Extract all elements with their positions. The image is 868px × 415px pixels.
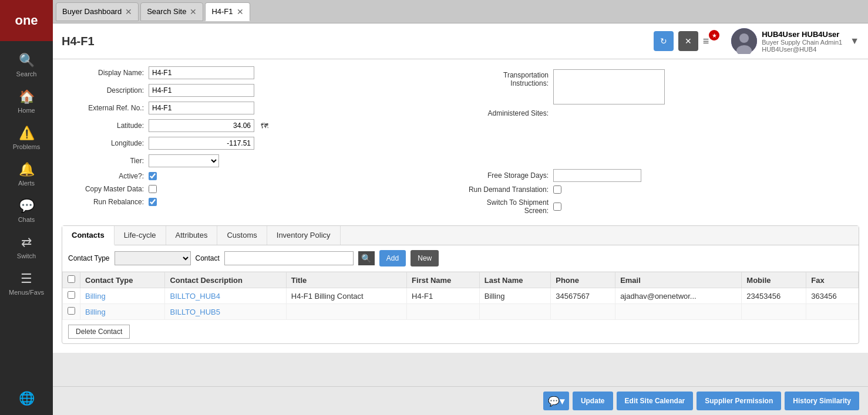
search-contact-button[interactable]: 🔍	[358, 251, 375, 265]
tab-close-h4f1[interactable]: ✕	[237, 8, 244, 16]
row-checkbox[interactable]	[68, 291, 75, 299]
edit-site-calendar-button[interactable]: Edit Site Calendar	[617, 392, 694, 410]
sidebar-item-problems[interactable]: ⚠️ Problems	[0, 120, 53, 156]
tab-buyer-dashboard[interactable]: Buyer Dashboard ✕	[56, 2, 139, 21]
tab-inventory-label: Inventory Policy	[277, 231, 331, 239]
close-button[interactable]: ✕	[678, 31, 698, 51]
refresh-button[interactable]: ↻	[654, 31, 674, 51]
longitude-row: Longitude:	[62, 137, 455, 150]
menu-button[interactable]: ≡	[703, 35, 709, 48]
user-name: HUB4User HUB4User	[762, 30, 842, 39]
contact-label: Contact	[196, 254, 220, 262]
tab-inventory[interactable]: Inventory Policy	[267, 226, 341, 245]
tab-search-site[interactable]: Search Site ✕	[140, 2, 203, 21]
sidebar-item-globe[interactable]: 🌐	[0, 385, 53, 415]
contact-desc-cell[interactable]: BILLTO_HUB4	[165, 288, 286, 304]
phone-cell: 34567567	[551, 288, 615, 304]
chat-button[interactable]: 💬▾	[543, 392, 569, 410]
tab-attributes-label: Attributes	[176, 231, 208, 239]
tier-select[interactable]	[149, 154, 219, 167]
longitude-label: Longitude:	[62, 139, 144, 147]
active-checkbox[interactable]	[149, 172, 157, 180]
sidebar-item-chats[interactable]: 💬 Chats	[0, 193, 53, 229]
sidebar-item-home[interactable]: 🏠 Home	[0, 83, 53, 120]
active-label: Active?:	[62, 172, 144, 180]
avatar	[731, 28, 757, 54]
tabs-nav: Contacts Life-cycle Attributes Customs I…	[62, 226, 859, 245]
title-cell	[286, 304, 406, 320]
longitude-input[interactable]	[149, 137, 254, 150]
first-name-cell: H4-F1	[407, 288, 480, 304]
sidebar-item-switch[interactable]: ⇄ Switch	[0, 229, 53, 265]
tab-lifecycle[interactable]: Life-cycle	[115, 226, 166, 245]
run-rebalance-row: Run Rebalance:	[62, 198, 455, 206]
contact-type-select[interactable]	[115, 251, 191, 265]
description-label: Description:	[62, 86, 144, 95]
sidebar-item-alerts[interactable]: 🔔 Alerts	[0, 156, 53, 193]
tab-attributes[interactable]: Attributes	[166, 226, 218, 245]
switch-shipment-row: Switch To Shipment Screen:	[466, 198, 859, 215]
header-bar: H4-F1 ↻ ✕ ≡ ★ HUB4User HUB4User Buyer Su…	[53, 23, 868, 59]
last-name-cell: Billing	[479, 288, 551, 304]
tab-customs[interactable]: Customs	[217, 226, 267, 245]
sidebar-item-menus[interactable]: ☰ Menus/Favs	[0, 265, 53, 302]
copy-master-checkbox[interactable]	[149, 185, 157, 193]
email-cell	[615, 304, 742, 320]
latitude-input[interactable]	[149, 119, 254, 132]
col-mobile: Mobile	[742, 272, 806, 288]
col-phone: Phone	[551, 272, 615, 288]
map-icon[interactable]: 🗺	[261, 122, 268, 130]
sidebar-item-label-chats: Chats	[18, 216, 35, 223]
tab-close-search-site[interactable]: ✕	[190, 8, 197, 16]
page-title: H4-F1	[62, 35, 648, 48]
user-info: HUB4User HUB4User Buyer Supply Chain Adm…	[731, 28, 859, 54]
tab-contacts[interactable]: Contacts	[62, 226, 115, 245]
row-checkbox[interactable]	[68, 307, 75, 315]
run-demand-label: Run Demand Translation:	[466, 185, 549, 194]
user-dropdown-icon[interactable]: ▼	[850, 36, 859, 46]
supplier-permission-button[interactable]: Supplier Permission	[697, 392, 781, 410]
chats-icon: 💬	[19, 198, 35, 214]
active-row: Active?:	[62, 172, 455, 180]
fax-cell	[806, 304, 859, 320]
table-row: BillingBILLTO_HUB5	[63, 304, 859, 320]
transportation-label: Transportation Instructions:	[466, 69, 549, 87]
col-email: Email	[615, 272, 742, 288]
free-storage-row: Free Storage Days:	[466, 169, 859, 182]
display-name-input[interactable]	[149, 66, 254, 79]
free-storage-label: Free Storage Days:	[466, 171, 549, 180]
contact-type-cell[interactable]: Billing	[80, 304, 165, 320]
contact-search-input[interactable]	[224, 251, 354, 265]
form-left: Display Name: Description: External Ref.…	[62, 66, 455, 220]
add-button[interactable]: Add	[379, 250, 406, 266]
history-similarity-button[interactable]: History Similarity	[785, 392, 859, 410]
select-all-checkbox[interactable]	[68, 275, 75, 283]
user-email: HUB4User@HUB4	[762, 46, 842, 53]
star-badge: ★	[709, 30, 719, 41]
free-storage-input[interactable]	[553, 169, 641, 182]
transportation-textarea[interactable]	[553, 69, 665, 104]
sidebar-item-label-switch: Switch	[17, 252, 36, 259]
display-name-label: Display Name:	[62, 69, 144, 77]
external-ref-input[interactable]	[149, 102, 254, 114]
new-button[interactable]: New	[411, 250, 439, 266]
tabs-section: Contacts Life-cycle Attributes Customs I…	[62, 225, 859, 344]
tab-h4f1[interactable]: H4-F1 ✕	[205, 2, 250, 21]
home-icon: 🏠	[19, 89, 35, 104]
table-header-row: Contact Type Contact Description Title F…	[63, 272, 859, 288]
user-role: Buyer Supply Chain Admin1	[762, 39, 842, 46]
delete-contact-button[interactable]: Delete Contact	[68, 325, 130, 339]
tab-bar: Buyer Dashboard ✕ Search Site ✕ H4-F1 ✕	[53, 0, 868, 23]
sidebar-item-label-home: Home	[18, 107, 35, 114]
run-demand-checkbox[interactable]	[553, 185, 561, 194]
contact-type-cell[interactable]: Billing	[80, 288, 165, 304]
description-input[interactable]	[149, 84, 254, 97]
switch-shipment-checkbox[interactable]	[553, 203, 561, 211]
svg-point-1	[739, 33, 749, 43]
update-button[interactable]: Update	[573, 392, 613, 410]
run-rebalance-checkbox[interactable]	[149, 198, 157, 206]
col-fax: Fax	[806, 272, 859, 288]
sidebar-item-search[interactable]: 🔍 Search	[0, 47, 53, 83]
tab-close-buyer-dashboard[interactable]: ✕	[125, 8, 132, 16]
contact-desc-cell[interactable]: BILLTO_HUB5	[165, 304, 286, 320]
